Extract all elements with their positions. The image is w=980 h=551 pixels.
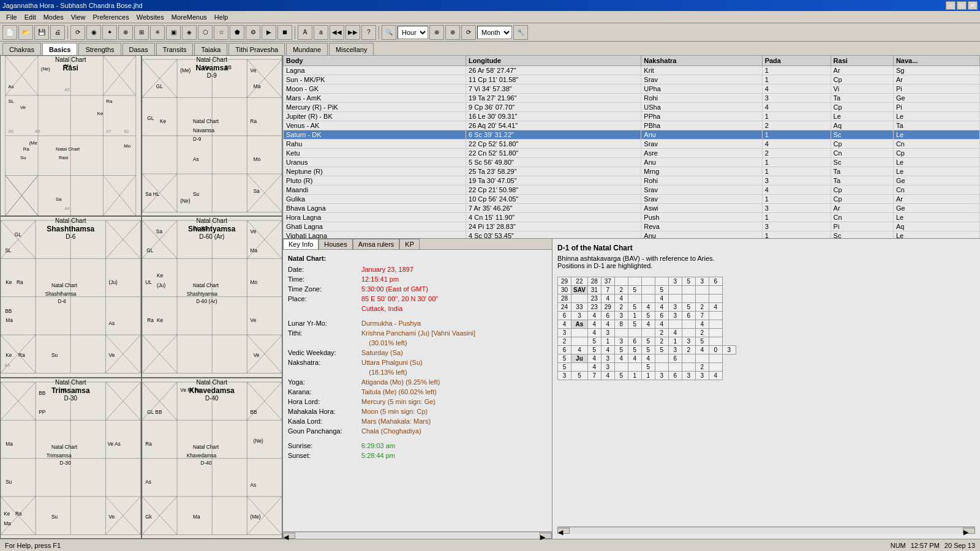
- table-row[interactable]: Ghati Lagna24 Pi 13' 28.83"Reva3PiAq: [284, 222, 980, 231]
- month-select[interactable]: Month: [477, 26, 512, 39]
- scroll-left[interactable]: ◀: [283, 533, 295, 539]
- toolbar-btn-e[interactable]: ⊞: [134, 25, 149, 40]
- bav-cell: 29: [601, 303, 614, 312]
- navamsa-chart: Natal Chart Navamsa D-9 (Me) M: [141, 55, 283, 216]
- toolbar-btn-ab[interactable]: a: [314, 25, 328, 40]
- toolbar-btn-ca[interactable]: 🔧: [513, 25, 528, 40]
- table-row[interactable]: Venus - AK26 Aq 20' 54.41"PBha2AqTa: [284, 121, 980, 130]
- tab-transits[interactable]: Transits: [156, 43, 194, 55]
- bav-cell: 6: [558, 312, 571, 320]
- tab-chakras[interactable]: Chakras: [2, 43, 41, 55]
- tab-strengths[interactable]: Strengths: [78, 43, 121, 55]
- table-row[interactable]: Lagna26 Ar 58' 27.47"Krit1ArSg: [284, 66, 980, 75]
- tab-amsa-rulers[interactable]: Amsa rulers: [353, 239, 400, 249]
- table-row[interactable]: Rahu22 Cp 52' 51.80"Srav4CpCn: [284, 140, 980, 149]
- minimize-button[interactable]: ─: [946, 1, 956, 10]
- tab-taiaka[interactable]: Taiaka: [194, 43, 227, 55]
- svg-text:(Me): (Me): [180, 67, 190, 73]
- bav-cell: 4: [601, 320, 614, 329]
- tab-kp[interactable]: KP: [399, 239, 420, 249]
- toolbar-btn-h[interactable]: ◈: [182, 25, 197, 40]
- table-row[interactable]: Moon - GK7 Vi 34' 57.38"UPha4ViPi: [284, 84, 980, 94]
- cell-body: Ketu: [284, 149, 466, 158]
- toolbar-btn-ae[interactable]: ?: [361, 25, 376, 40]
- table-row[interactable]: Maandi22 Cp 21' 50.98"Srav4CpCn: [284, 186, 980, 195]
- tab-keyinfo[interactable]: Key Info: [283, 239, 318, 249]
- toolbar-btn-k[interactable]: ⬟: [230, 25, 244, 40]
- table-row[interactable]: Pluto (R)19 Ta 30' 47.05"Rohi3TaGe: [284, 176, 980, 186]
- table-row[interactable]: Bhava Lagna7 Ar 35' 46.26"Aswi3ArGe: [284, 204, 980, 213]
- bav-scroll-right[interactable]: ▶: [963, 528, 975, 534]
- toolbar-new[interactable]: 📄: [2, 25, 17, 40]
- cell-longitude: 4 Sc 03' 53.45": [466, 231, 641, 239]
- toolbar-btn-j[interactable]: ☆: [214, 25, 228, 40]
- toolbar-btn-i[interactable]: ⬡: [198, 25, 213, 40]
- scroll-right[interactable]: ▶: [540, 533, 552, 539]
- tab-miscellany[interactable]: Miscellany: [329, 43, 374, 55]
- tab-basics[interactable]: Basics: [42, 43, 77, 55]
- menu-file[interactable]: File: [2, 11, 21, 23]
- toolbar-btn-g[interactable]: ▣: [166, 25, 181, 40]
- table-row[interactable]: Hora Lagna4 Cn 15' 11.90"Push1CnLe: [284, 213, 980, 222]
- table-row[interactable]: Mercury (R) - PiK9 Cp 36' 07.70"USha4CpP…: [284, 103, 980, 112]
- bav-cell: 30: [558, 286, 571, 294]
- toolbar-btn-f[interactable]: ✳: [150, 25, 165, 40]
- toolbar-btn-l[interactable]: ⚙: [246, 25, 260, 40]
- tab-dasas[interactable]: Dasas: [123, 43, 155, 55]
- svg-text:(Me: (Me: [29, 140, 37, 146]
- maximize-button[interactable]: □: [957, 1, 967, 10]
- close-button[interactable]: ✕: [968, 1, 978, 10]
- table-row[interactable]: Gulika10 Cp 56' 24.05"Srav1CpAr: [284, 195, 980, 204]
- menu-moremenus[interactable]: MoreMenus: [168, 11, 211, 23]
- menu-edit[interactable]: Edit: [21, 11, 40, 23]
- toolbar-btn-zoom[interactable]: 🔍: [382, 25, 396, 40]
- table-row[interactable]: Neptune (R)25 Ta 23' 58.29"Mrng1TaLe: [284, 167, 980, 176]
- toolbar-btn-ad[interactable]: ▶▶: [345, 25, 360, 40]
- tab-houses[interactable]: Houses: [318, 239, 352, 249]
- toolbar-btn-d[interactable]: ⊕: [118, 25, 133, 40]
- table-row[interactable]: Jupiter (R) - BK16 Le 30' 09.31"PPha1LeL…: [284, 112, 980, 121]
- keyinfo-tabs: Key Info Houses Amsa rulers KP: [283, 239, 552, 250]
- menu-modes[interactable]: Modes: [40, 11, 67, 23]
- toolbar-open[interactable]: 📂: [18, 25, 33, 40]
- table-row[interactable]: Uranus5 Sc 56' 49.80"Anu1ScLe: [284, 158, 980, 167]
- bav-cell: 5: [614, 346, 628, 354]
- tab-tithi-pravesha[interactable]: Tithi Pravesha: [228, 43, 285, 55]
- svg-text:Ra: Ra: [250, 118, 257, 124]
- menu-websites[interactable]: Websites: [133, 11, 168, 23]
- tithi2-value: (30.01% left): [361, 339, 407, 347]
- svg-text:D-6: D-6: [58, 298, 66, 304]
- table-row[interactable]: Sun - MK/PK11 Cp 11' 01.58"Srav1CpAr: [284, 75, 980, 84]
- bav-scrollbar[interactable]: ◀ ▶: [557, 527, 975, 534]
- keyinfo-scrollbar[interactable]: ◀ ▶: [283, 531, 552, 539]
- toolbar-btn-ac[interactable]: ◀◀: [330, 25, 344, 40]
- table-row[interactable]: Ketu22 Cn 52' 51.80"Asre2CnCp: [284, 149, 980, 158]
- toolbar-btn-a[interactable]: ⟳: [70, 25, 85, 40]
- statusbar-right: NUM 12:57 PM 20 Sep 13: [891, 542, 975, 549]
- toolbar-btn-m[interactable]: ▶: [262, 25, 276, 40]
- svg-text:As: As: [145, 479, 151, 485]
- shashtyamsa-svg: Sa GL BB Ve GL Ma UL Ke (Ju) Natal Chart…: [142, 217, 282, 377]
- toolbar-print[interactable]: 🖨: [50, 25, 65, 40]
- toolbar-btn-bc[interactable]: ⟳: [461, 25, 476, 40]
- planet-table-container[interactable]: Body Longitude Nakshatra Pada Rasi Nava.…: [283, 55, 980, 239]
- hour-select[interactable]: Hour: [398, 26, 428, 39]
- bav-cell: 8: [614, 320, 628, 329]
- table-row[interactable]: Vighati Lagna4 Sc 03' 53.45"Anu1ScLe: [284, 231, 980, 239]
- table-row[interactable]: Saturn - DK6 Sc 39' 31.22"Anu1ScLe: [284, 130, 980, 140]
- svg-text:Ke: Ke: [6, 353, 12, 359]
- toolbar-btn-b[interactable]: ◉: [86, 25, 101, 40]
- table-row[interactable]: Mars - AmK19 Ta 27' 21.96"Rohi3TaGe: [284, 94, 980, 103]
- menu-help[interactable]: Help: [211, 11, 232, 23]
- toolbar-btn-c[interactable]: ✦: [102, 25, 117, 40]
- menu-preferences[interactable]: Preferences: [89, 11, 132, 23]
- bav-scroll-left[interactable]: ◀: [557, 528, 570, 534]
- toolbar-btn-bb[interactable]: ⊕: [445, 25, 460, 40]
- toolbar-save[interactable]: 💾: [34, 25, 49, 40]
- cell-rasi: Ta: [831, 167, 893, 176]
- menu-view[interactable]: View: [67, 11, 89, 23]
- toolbar-btn-aa[interactable]: A: [298, 25, 312, 40]
- tab-mundane[interactable]: Mundane: [286, 43, 328, 55]
- toolbar-btn-ba[interactable]: ⊕: [429, 25, 444, 40]
- toolbar-btn-n[interactable]: ⏹: [277, 25, 292, 40]
